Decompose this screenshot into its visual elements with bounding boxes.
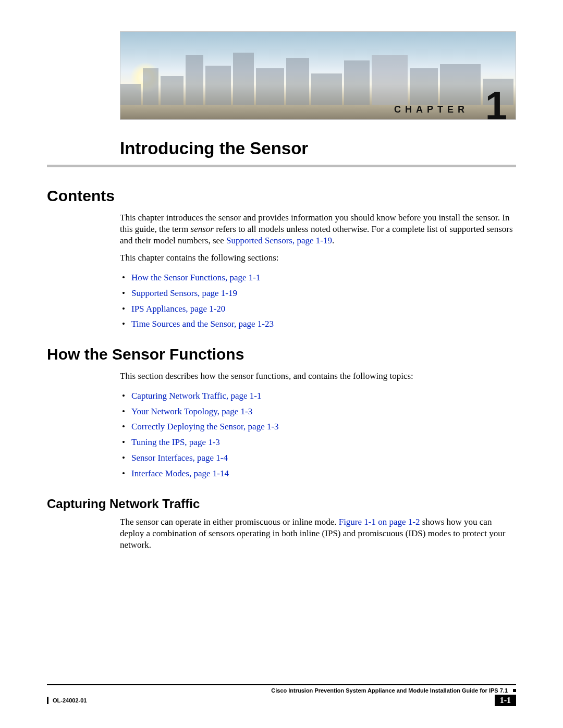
contents-intro-em: sensor (191, 224, 214, 234)
skyline (120, 47, 516, 105)
footer-square-icon (513, 689, 516, 692)
page-footer: Cisco Intrusion Prevention System Applia… (47, 684, 516, 706)
chapter-banner: CHAPTER 1 (120, 31, 516, 120)
contents-block: This chapter introduces the sensor and p… (120, 212, 516, 332)
functions-heading: How the Sensor Functions (47, 346, 516, 363)
toc-link-ips-appliances[interactable]: IPS Appliances, page 1-20 (131, 304, 225, 314)
toc-link-tuning[interactable]: Tuning the IPS, page 1-3 (131, 437, 220, 447)
figure-link[interactable]: Figure 1-1 on page 1-2 (339, 517, 420, 527)
contents-intro-end: . (332, 236, 334, 245)
list-item: Time Sources and the Sensor, page 1-23 (120, 316, 516, 332)
toc-link-modes[interactable]: Interface Modes, page 1-14 (131, 468, 229, 478)
footer-row-1: Cisco Intrusion Prevention System Applia… (47, 687, 516, 694)
list-item: Your Network Topology, page 1-3 (120, 404, 516, 419)
toc-link-supported-sensors[interactable]: Supported Sensors, page 1-19 (131, 288, 237, 298)
contents-sections-lead: This chapter contains the following sect… (120, 252, 516, 264)
contents-list: How the Sensor Functions, page 1-1 Suppo… (120, 270, 516, 332)
page: CHAPTER 1 Introducing the Sensor Content… (0, 0, 563, 728)
supported-sensors-link[interactable]: Supported Sensors, page 1-19 (226, 236, 332, 245)
chapter-label: CHAPTER (394, 104, 469, 115)
contents-intro: This chapter introduces the sensor and p… (120, 212, 516, 246)
footer-bar-icon (47, 697, 48, 704)
functions-list: Capturing Network Traffic, page 1-1 Your… (120, 388, 516, 482)
list-item: Sensor Interfaces, page 1-4 (120, 450, 516, 466)
toc-link-time-sources[interactable]: Time Sources and the Sensor, page 1-23 (131, 319, 274, 329)
capturing-para: The sensor can operate in either promisc… (120, 516, 516, 550)
functions-block: This section describes how the sensor fu… (120, 371, 516, 481)
capturing-heading: Capturing Network Traffic (47, 497, 516, 511)
toc-link-interfaces[interactable]: Sensor Interfaces, page 1-4 (131, 453, 228, 463)
list-item: Interface Modes, page 1-14 (120, 466, 516, 482)
toc-link-how-functions[interactable]: How the Sensor Functions, page 1-1 (131, 273, 260, 282)
capturing-pre: The sensor can operate in either promisc… (120, 517, 339, 527)
chapter-number: 1 (485, 86, 507, 120)
list-item: Correctly Deploying the Sensor, page 1-3 (120, 419, 516, 435)
list-item: IPS Appliances, page 1-20 (120, 301, 516, 317)
title-rule (47, 165, 516, 167)
list-item: Supported Sensors, page 1-19 (120, 286, 516, 301)
footer-rule (47, 684, 516, 685)
list-item: How the Sensor Functions, page 1-1 (120, 270, 516, 286)
toc-link-capturing[interactable]: Capturing Network Traffic, page 1-1 (131, 391, 261, 401)
list-item: Capturing Network Traffic, page 1-1 (120, 388, 516, 404)
footer-page-number: 1-1 (495, 695, 516, 706)
toc-link-deploying[interactable]: Correctly Deploying the Sensor, page 1-3 (131, 422, 279, 431)
footer-guide-title: Cisco Intrusion Prevention System Applia… (47, 687, 511, 694)
capturing-block: The sensor can operate in either promisc… (120, 516, 516, 550)
footer-row-2: OL-24002-01 1-1 (47, 695, 516, 706)
footer-doc-number: OL-24002-01 (53, 697, 87, 704)
functions-lead: This section describes how the sensor fu… (120, 371, 516, 382)
contents-heading: Contents (47, 187, 516, 205)
toc-link-topology[interactable]: Your Network Topology, page 1-3 (131, 406, 252, 416)
chapter-title: Introducing the Sensor (120, 139, 516, 158)
list-item: Tuning the IPS, page 1-3 (120, 435, 516, 450)
